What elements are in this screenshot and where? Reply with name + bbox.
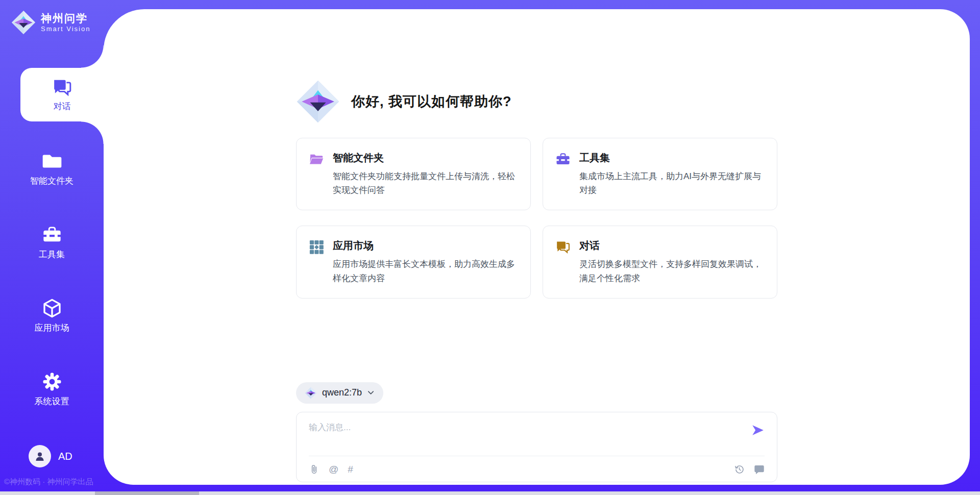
- mention-icon[interactable]: @: [329, 464, 338, 474]
- sidebar-item-app-market[interactable]: 应用市场: [0, 298, 104, 334]
- sidebar-item-label: 对话: [54, 101, 71, 112]
- card-app-market[interactable]: 应用市场 应用市场提供丰富长文本模板，助力高效生成多样化文章内容: [296, 226, 531, 298]
- diamond-logo-icon: [296, 80, 340, 123]
- active-tab-bottom-fillet: [81, 121, 104, 144]
- sidebar: 神州问学 Smart Vision 对话 智能文件夹 工具集 应用市场 系统设置…: [0, 0, 104, 495]
- gear-icon: [42, 372, 62, 392]
- cube-icon: [42, 298, 62, 318]
- sidebar-item-system-settings[interactable]: 系统设置: [0, 372, 104, 407]
- model-selector[interactable]: qwen2:7b: [296, 382, 383, 404]
- brand-diamond-logo-icon: [11, 10, 36, 35]
- composer-left-tools: @ #: [309, 464, 353, 475]
- send-button[interactable]: [751, 424, 765, 437]
- sidebar-item-toolset[interactable]: 工具集: [0, 225, 104, 260]
- composer-right-tools: [734, 464, 765, 475]
- sidebar-item-label: 系统设置: [35, 395, 69, 407]
- sidebar-item-label: 工具集: [39, 249, 65, 260]
- toolbox-icon: [555, 152, 571, 167]
- copyright-text: ©神州数码 · 神州问学出品: [4, 477, 93, 487]
- history-icon[interactable]: [734, 464, 745, 475]
- user-initials: AD: [58, 451, 72, 462]
- sidebar-item-label: 应用市场: [35, 322, 69, 334]
- card-title: 对话: [579, 239, 765, 253]
- folder-icon: [42, 151, 62, 171]
- folder-open-icon: [309, 152, 324, 167]
- greeting-title: 你好, 我可以如何帮助你?: [351, 92, 512, 111]
- chat-icon: [555, 239, 571, 255]
- horizontal-scrollbar[interactable]: [0, 491, 980, 495]
- active-tab-top-fillet: [81, 45, 104, 68]
- main-panel: 你好, 我可以如何帮助你? 智能文件夹 智能文件夹功能支持批量文件上传与清洗，轻…: [104, 9, 970, 485]
- send-icon: [751, 424, 765, 437]
- message-icon[interactable]: [754, 464, 765, 475]
- model-name: qwen2:7b: [322, 387, 362, 398]
- hash-icon[interactable]: #: [348, 464, 353, 474]
- person-icon: [34, 450, 46, 462]
- diamond-logo-icon: [305, 387, 317, 399]
- card-description: 应用市场提供丰富长文本模板，助力高效生成多样化文章内容: [333, 257, 518, 285]
- attachment-icon[interactable]: [309, 464, 320, 475]
- sidebar-item-chat[interactable]: 对话: [20, 68, 104, 121]
- card-chat[interactable]: 对话 灵活切换多模型文件，支持多样回复效果调试，满足个性化需求: [543, 226, 777, 298]
- brand: 神州问学 Smart Vision: [11, 10, 90, 35]
- greeting-row: 你好, 我可以如何帮助你?: [296, 80, 777, 123]
- message-input[interactable]: [309, 422, 734, 456]
- card-smart-folders[interactable]: 智能文件夹 智能文件夹功能支持批量文件上传与清洗，轻松实现文件问答: [296, 138, 531, 210]
- chat-icon: [52, 77, 72, 97]
- scrollbar-thumb[interactable]: [95, 491, 199, 495]
- sidebar-item-smart-folders[interactable]: 智能文件夹: [0, 151, 104, 187]
- card-title: 智能文件夹: [333, 151, 518, 165]
- toolbox-icon: [42, 225, 62, 245]
- chevron-down-icon: [367, 389, 375, 397]
- card-description: 集成市场上主流工具，助力AI与外界无缝扩展与对接: [579, 169, 765, 197]
- sidebar-item-label: 智能文件夹: [30, 175, 74, 187]
- user-profile[interactable]: AD: [29, 445, 72, 467]
- message-composer: @ #: [296, 412, 777, 482]
- card-description: 灵活切换多模型文件，支持多样回复效果调试，满足个性化需求: [579, 257, 765, 285]
- card-title: 工具集: [579, 151, 765, 165]
- brand-subtitle: Smart Vision: [41, 25, 90, 33]
- feature-cards: 智能文件夹 智能文件夹功能支持批量文件上传与清洗，轻松实现文件问答 工具集 集成…: [296, 138, 777, 299]
- card-title: 应用市场: [333, 239, 518, 253]
- grid-icon: [309, 239, 324, 255]
- avatar: [29, 445, 51, 467]
- card-description: 智能文件夹功能支持批量文件上传与清洗，轻松实现文件问答: [333, 169, 518, 197]
- card-toolset[interactable]: 工具集 集成市场上主流工具，助力AI与外界无缝扩展与对接: [543, 138, 777, 210]
- brand-name: 神州问学: [41, 12, 90, 24]
